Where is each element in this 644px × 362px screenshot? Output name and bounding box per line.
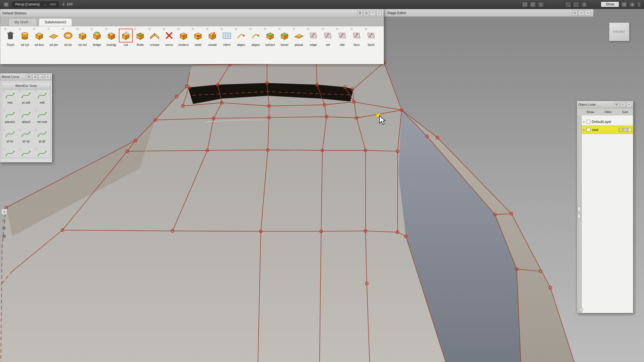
shelf-tool-trash[interactable]: Trash [3, 27, 18, 64]
shelf-tool-sd-tor[interactable]: sd tor [61, 27, 75, 64]
grid-icon[interactable] [614, 102, 619, 107]
tool-option-dot[interactable] [221, 28, 223, 30]
close-icon[interactable]: × [1, 209, 7, 215]
blendcrv-tool-pt-ray[interactable]: pt ray [18, 128, 34, 148]
blendcrv-tool-extra[interactable] [34, 148, 50, 158]
tool-option-dot[interactable] [163, 28, 165, 30]
shelf-tool-insedg[interactable]: insedg [104, 27, 119, 64]
expander-icon[interactable]: ▷ [583, 128, 585, 131]
tool-option-dot[interactable] [4, 28, 6, 30]
close-icon[interactable]: × [45, 74, 50, 79]
frame-icon[interactable] [573, 1, 579, 8]
shelves-titlebar[interactable]: Default Shelves ^ × [0, 9, 384, 17]
tool-option-dot[interactable] [322, 28, 324, 30]
object-lister-menu-filter[interactable]: Filter [604, 110, 611, 114]
object-lister-item-seat[interactable]: ▷seat [582, 126, 633, 134]
collapse-icon[interactable]: ▽ [579, 10, 584, 16]
display-settings-icon[interactable] [522, 1, 528, 8]
tool-option-dot[interactable] [19, 148, 21, 150]
shelf-tool-unwld[interactable]: unwld [205, 27, 220, 64]
tool-option-dot[interactable] [134, 28, 136, 30]
shelf-tool-bevel[interactable]: bevel [277, 27, 292, 64]
close-icon[interactable]: × [376, 11, 382, 16]
shelf-tool-crease[interactable]: crease [147, 27, 162, 64]
tool-option-dot[interactable] [192, 28, 194, 30]
tool-option-dot[interactable] [278, 28, 280, 30]
object-lister-scrollbar[interactable] [577, 115, 582, 313]
tool-option-dot[interactable] [19, 28, 21, 30]
tool-option-dot[interactable] [293, 28, 295, 30]
collapse-icon[interactable]: ^ [370, 11, 375, 16]
blendcrv-tools-header[interactable]: BlendCrv Tools [2, 82, 50, 89]
expander-icon[interactable]: ▷ [583, 120, 585, 123]
overflow-icon[interactable]: ⋮ [637, 1, 641, 8]
close-icon[interactable]: × [626, 102, 632, 107]
zoom-icon[interactable] [538, 1, 544, 8]
tool-option-dot[interactable] [336, 28, 338, 30]
tool-option-dot[interactable] [3, 109, 5, 111]
shelf-tool-uncrs[interactable]: uncrs [162, 27, 176, 64]
close-icon[interactable]: × [585, 10, 590, 16]
move-icon[interactable] [629, 1, 635, 8]
shelf-tool-planar[interactable]: planar [292, 27, 306, 64]
search-icon[interactable] [620, 102, 626, 107]
object-lister-item-defaultlayer[interactable]: ▷DefaultLayer [582, 118, 633, 126]
shelf-tab-subdivision-2[interactable]: Subdivision#2 [39, 18, 72, 26]
tool-option-dot[interactable] [3, 90, 5, 92]
shelf-tool-sd-pln[interactable]: sd pln [46, 27, 61, 64]
blendcrv-tool-new[interactable]: new [2, 89, 18, 109]
tool-option-dot[interactable] [177, 28, 179, 30]
shelf-tab-my-shelf-[interactable]: My Shelf... [8, 18, 37, 26]
object-lister-titlebar[interactable]: Object Lister - × [577, 101, 633, 108]
shelf-tool-sd-box[interactable]: sd box [32, 27, 46, 64]
tool-option-dot[interactable] [35, 148, 37, 150]
tool-option-dot[interactable] [250, 28, 252, 30]
tool-option-dot[interactable] [33, 28, 35, 30]
tool-option-dot[interactable] [351, 28, 353, 30]
tool-option-dot[interactable] [3, 148, 5, 150]
tool-option-dot[interactable] [19, 109, 21, 111]
shelf-tool-fhole[interactable]: fhole [133, 27, 147, 64]
shelf-tool-refrm[interactable]: refrm [220, 27, 234, 64]
shelf-tool-facel[interactable]: facel [364, 27, 378, 64]
scrollbar-thumb[interactable] [577, 206, 581, 219]
shelf-tool-brdge[interactable]: brdge [90, 27, 104, 64]
object-lister-menu-show[interactable]: Show [586, 110, 594, 114]
shelf-tool-modcrs[interactable]: modcrs [176, 27, 191, 64]
blendcrv-tool-pt-loc[interactable]: pt loc [2, 128, 18, 148]
list-icon[interactable] [1, 225, 7, 231]
expand-icon[interactable] [565, 1, 571, 8]
app-menu-icon[interactable] [3, 1, 9, 8]
list-icon[interactable] [364, 11, 369, 16]
grid-icon[interactable] [26, 74, 31, 79]
object-lister-menu-sort[interactable]: Sort [622, 110, 628, 114]
list-icon[interactable] [32, 74, 38, 79]
shelf-tool-aligns[interactable]: aligns [248, 27, 263, 64]
blendcrv-tool-mk-mstr[interactable]: mk mstr [34, 109, 50, 128]
list-icon[interactable] [572, 10, 578, 16]
show-button[interactable]: Show [601, 1, 619, 7]
tool-option-dot[interactable] [149, 28, 151, 30]
tool-option-dot[interactable] [307, 28, 309, 30]
blendcrv-tool-edit[interactable]: edit [34, 89, 50, 109]
blendcrv-tool-detach[interactable]: detach [18, 109, 34, 128]
camera-indicator[interactable]: Persp [Camera] ↔ mm [12, 1, 59, 7]
tool-option-dot[interactable] [62, 28, 64, 30]
shelf-tool-slfe[interactable]: slfe [335, 27, 349, 64]
tool-option-dot[interactable] [35, 109, 37, 111]
pan-icon[interactable] [581, 1, 587, 8]
tool-option-dot[interactable] [76, 28, 78, 30]
blendcrv-tool-extra[interactable] [18, 148, 34, 158]
tool-option-dot[interactable] [48, 28, 50, 30]
grid-icon[interactable] [357, 11, 363, 16]
scale-indicator[interactable]: 100 [62, 2, 72, 6]
grid-icon[interactable] [621, 1, 627, 8]
tool-option-dot[interactable] [19, 129, 21, 131]
visibility-checkbox[interactable] [587, 120, 590, 124]
shelf-tool-weld[interactable]: weld [191, 27, 205, 64]
shelf-tool-sd-cyl[interactable]: sd cyl [18, 27, 32, 64]
tool-option-dot[interactable] [105, 28, 107, 30]
shelf-tool-extract[interactable]: extract [263, 27, 277, 64]
blendcrv-tool-planariz[interactable]: planariz [2, 109, 18, 128]
blendcrv-tool-pt-add[interactable]: pt add [18, 89, 34, 109]
